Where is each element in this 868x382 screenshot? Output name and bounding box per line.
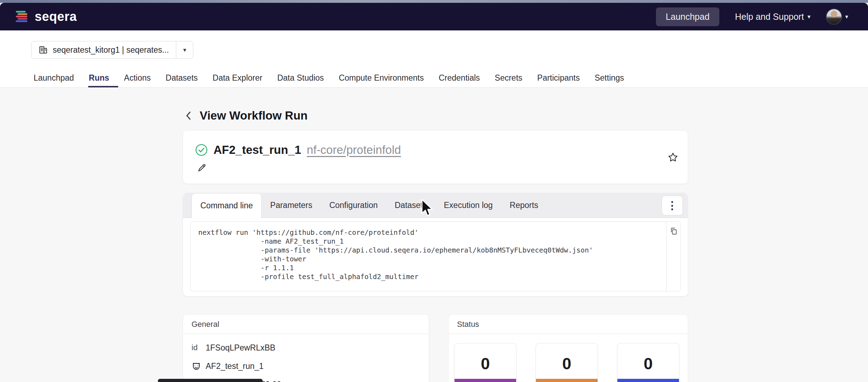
tab-credentials[interactable]: Credentials [439,68,480,87]
kebab-icon: ⋮ [667,200,678,211]
pipeline-link[interactable]: nf-core/proteinfold [307,143,401,157]
edit-run-name-icon[interactable] [197,163,207,173]
chevron-down-icon: ▾ [183,46,186,54]
status-box-running: 0 running [617,343,679,382]
tab-launchpad[interactable]: Launchpad [34,68,74,87]
chevron-down-icon: ▾ [807,13,811,21]
tab-parameters[interactable]: Parameters [262,193,321,218]
launchpad-button[interactable]: Launchpad [656,7,720,26]
tab-configuration[interactable]: Configuration [321,193,386,218]
copy-rail [666,222,680,291]
run-detail-tabs: Command line Parameters Configuration Da… [183,193,688,218]
brand-name: seqera [35,9,77,24]
star-run-icon[interactable] [667,152,679,163]
submitted-count: 0 [536,354,598,373]
tab-compute-environments[interactable]: Compute Environments [339,68,424,87]
status-card-title: Status [449,314,688,334]
submitted-band: submitted [536,379,598,382]
workspace-selector-caret[interactable]: ▾ [176,41,193,58]
general-card: General id 1FSoqLPewRLxBB AF2_test_run_1 [183,314,429,382]
running-band: running [617,379,679,382]
run-name-value: AF2_test_run_1 [206,361,264,371]
run-id-value: 1FSoqLPewRLxBB [206,343,275,353]
command-line-text: nextflow run 'https://github.com/nf-core… [190,222,666,291]
pending-count: 0 [455,354,516,373]
status-box-submitted: 0 submitted [536,343,598,382]
window-top-edge [0,0,868,3]
tab-reports[interactable]: Reports [501,193,547,218]
seqera-logo-icon [13,8,30,25]
chevron-down-icon: ▾ [845,13,848,21]
tab-datasets[interactable]: Datasets [166,68,198,87]
running-count: 0 [617,354,679,373]
status-box-pending: 0 pending [454,343,516,382]
tab-runs[interactable]: Runs [89,68,109,87]
tab-data-explorer[interactable]: Data Explorer [213,68,263,87]
dock-strip [158,379,263,382]
run-name: AF2_test_run_1 [213,143,301,157]
status-card: Status 0 pending 0 submitted 0 running [448,314,688,382]
user-menu[interactable]: ▾ [826,8,848,25]
help-and-support-menu[interactable]: Help and Support ▾ [735,12,810,22]
general-card-title: General [183,314,429,334]
pending-band: pending [455,379,516,382]
help-and-support-label: Help and Support [735,12,804,22]
general-row-id: id 1FSoqLPewRLxBB [192,341,420,354]
tab-actions[interactable]: Actions [124,68,150,87]
tab-execution-log[interactable]: Execution log [435,193,501,218]
tab-participants[interactable]: Participants [537,68,580,87]
organization-icon [39,45,48,54]
tab-command-line[interactable]: Command line [192,193,262,218]
workspace-bar: seqeratest_kitorg1 | seqerates... ▾ Laun… [0,30,868,88]
id-label: id [192,343,206,352]
run-options-menu-button[interactable]: ⋮ [662,196,683,215]
tab-secrets[interactable]: Secrets [495,68,522,87]
top-navbar: seqera Launchpad Help and Support ▾ ▾ [0,3,868,30]
run-detail-card: Command line Parameters Configuration Da… [183,193,688,296]
back-button[interactable] [185,110,194,122]
tab-run-datasets[interactable]: Datasets [386,193,435,218]
run-summary-card: AF2_test_run_1 nf-core/proteinfold [183,130,688,184]
command-line-box: nextflow run 'https://github.com/nf-core… [190,221,681,291]
seqera-logo[interactable]: seqera [13,8,77,25]
page-title: View Workflow Run [200,109,308,122]
tab-settings[interactable]: Settings [595,68,624,87]
tab-data-studios[interactable]: Data Studios [277,68,324,87]
workspace-selector-label: seqeratest_kitorg1 | seqerates... [53,45,169,55]
avatar [826,8,842,25]
copy-icon[interactable] [669,227,678,236]
workspace-selector[interactable]: seqeratest_kitorg1 | seqerates... ▾ [31,41,193,59]
run-name-mask-icon [192,361,206,371]
success-check-icon [195,144,208,156]
workspace-tabs: Launchpad Runs Actions Datasets Data Exp… [34,68,624,87]
general-row-run-name: AF2_test_run_1 [192,359,420,373]
